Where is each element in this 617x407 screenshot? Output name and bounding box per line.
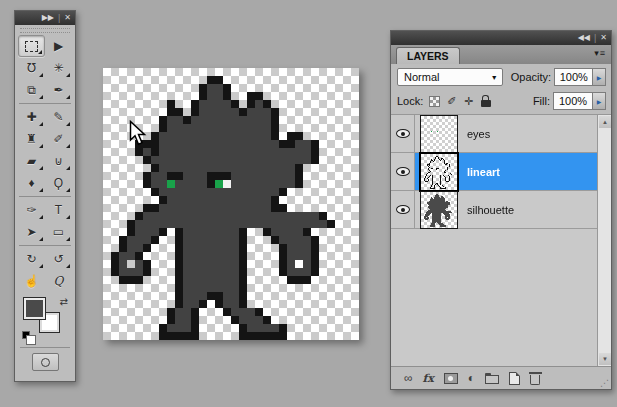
quick-mask-icon [41, 358, 50, 367]
paint-bucket-icon: ⊍ [54, 155, 63, 167]
spot-healing-brush-tool[interactable]: ✚ [18, 106, 45, 128]
add-layer-mask-button[interactable] [444, 370, 458, 386]
close-panel-icon[interactable]: ✕ [600, 34, 607, 42]
lock-position-icon: ✛ [464, 95, 473, 108]
3d-rotate-tool[interactable]: ↻ [18, 248, 45, 270]
eye-icon [396, 167, 410, 176]
lock-image-pixels-button[interactable]: ✐ [443, 94, 460, 109]
rectangular-marquee-tool[interactable] [18, 35, 45, 57]
lock-image-pixels-icon: ✐ [447, 95, 456, 108]
layer-visibility-toggle[interactable] [391, 153, 415, 190]
tab-layers[interactable]: LAYERS [396, 47, 460, 64]
lock-label: Lock: [397, 95, 423, 107]
blur-tool[interactable]: ♦ [18, 172, 45, 194]
new-layer-icon [509, 372, 520, 385]
lock-transparent-pixels-icon [429, 96, 440, 107]
new-layer-button[interactable] [509, 370, 520, 386]
quick-mask-button[interactable] [32, 353, 59, 371]
layers-scrollbar[interactable]: ▲ ▼ [597, 115, 611, 366]
move-tool[interactable]: ▶ [45, 35, 72, 57]
add-layer-mask-icon [444, 373, 458, 384]
opacity-input[interactable]: 100% [554, 68, 593, 86]
swap-colors-icon[interactable]: ⇄ [60, 296, 68, 307]
eraser-tool[interactable]: ▰ [18, 150, 45, 172]
layer-styles-button[interactable]: fx [423, 370, 434, 386]
close-panel-icon[interactable]: ✕ [64, 14, 71, 22]
layers-panel-titlebar[interactable]: ◀◀ | ✕ [391, 31, 611, 45]
layer-thumbnail-cell [415, 115, 458, 153]
pencil-icon: ✎ [53, 111, 63, 123]
layers-panel: ◀◀ | ✕ LAYERS ▾≡ Normal ▼ Opacity: 100% … [390, 30, 612, 390]
eye-icon [396, 129, 410, 138]
path-selection-tool[interactable]: ➤ [18, 221, 45, 243]
new-group-button[interactable] [485, 370, 499, 386]
collapse-panel-icon[interactable]: ◀◀ [578, 34, 590, 42]
crop-tool[interactable]: ⧉ [18, 79, 45, 101]
clone-stamp-tool[interactable]: ♜ [18, 128, 45, 150]
opacity-label: Opacity: [511, 71, 551, 83]
blend-mode-select[interactable]: Normal ▼ [397, 68, 503, 86]
pencil-tool[interactable]: ✎ [45, 106, 72, 128]
3d-orbit-tool[interactable]: ↺ [45, 248, 72, 270]
opacity-slider-button[interactable]: ▶ [593, 68, 606, 86]
scroll-up-button[interactable]: ▲ [599, 116, 611, 128]
delete-layer-button[interactable] [530, 370, 540, 386]
layer-visibility-toggle[interactable] [391, 115, 415, 152]
history-brush-tool[interactable]: ✐ [45, 128, 72, 150]
clone-stamp-icon: ♜ [26, 133, 37, 145]
type-tool[interactable]: T [45, 199, 72, 221]
rectangle-tool[interactable]: ▭ [45, 221, 72, 243]
panel-grip[interactable] [20, 28, 70, 33]
panel-menu-icon[interactable]: ▾≡ [594, 48, 606, 58]
new-adjustment-layer-icon: ◐ [468, 372, 475, 384]
fill-input[interactable]: 100% [553, 92, 593, 110]
new-adjustment-layer-button[interactable]: ◐ [468, 370, 475, 386]
3d-rotate-icon: ↻ [26, 253, 36, 265]
link-layers-icon: ∞ [404, 372, 413, 384]
lock-fill-row: Lock: ✐✛ Fill: 100% ▶ [391, 90, 611, 115]
hand-tool[interactable]: ☝ [18, 270, 45, 292]
layer-row-silhouette[interactable]: silhouette [391, 191, 611, 229]
blur-icon: ♦ [28, 177, 34, 189]
lock-all-button[interactable] [477, 94, 494, 109]
link-layers-button[interactable]: ∞ [404, 370, 413, 386]
layer-thumbnail-cell [415, 191, 458, 229]
layer-row-eyes[interactable]: eyes [391, 115, 611, 153]
lock-transparent-pixels-button[interactable] [426, 94, 443, 109]
tool-group-divider [19, 245, 71, 246]
layer-name: eyes [467, 128, 490, 140]
tools-panel-titlebar[interactable]: ▶▶ | ✕ [15, 11, 75, 25]
collapse-panel-icon[interactable]: ▶▶ [42, 14, 54, 22]
layer-visibility-toggle[interactable] [391, 191, 415, 228]
eraser-icon: ▰ [27, 155, 36, 167]
paint-bucket-tool[interactable]: ⊍ [45, 150, 72, 172]
blend-mode-value: Normal [404, 71, 439, 83]
dodge-icon: Ϙ [54, 177, 63, 189]
pen-icon: ✑ [26, 204, 36, 216]
lock-position-button[interactable]: ✛ [460, 94, 477, 109]
spot-healing-brush-icon: ✚ [26, 111, 36, 123]
lasso-tool[interactable]: ℧ [18, 57, 45, 79]
magic-wand-tool[interactable]: ✳ [45, 57, 72, 79]
path-selection-icon: ➤ [26, 226, 36, 238]
fill-slider-button[interactable]: ▶ [593, 92, 606, 110]
resize-grip-icon[interactable]: ⋰ [600, 378, 609, 388]
layer-thumbnail-cell [415, 153, 458, 191]
pen-tool[interactable]: ✑ [18, 199, 45, 221]
default-colors-icon[interactable] [22, 331, 30, 339]
layer-thumbnail-eyes[interactable] [420, 115, 458, 153]
zoom-tool[interactable]: Q [45, 270, 72, 292]
3d-orbit-icon: ↺ [53, 253, 63, 265]
eye-icon [396, 205, 410, 214]
hand-icon: ☝ [24, 275, 39, 287]
scroll-down-button[interactable]: ▼ [599, 353, 611, 365]
fill-label: Fill: [533, 95, 550, 107]
document-canvas[interactable] [103, 68, 359, 340]
layer-thumbnail-lineart[interactable] [420, 153, 458, 191]
tools-panel: ▶▶ | ✕ ▶℧✳⧉✒✚✎♜✐▰⊍♦Ϙ✑T➤▭↻↺☝Q ⇄ [14, 10, 76, 382]
layer-row-lineart[interactable]: lineart [391, 153, 611, 191]
layer-thumbnail-silhouette[interactable] [420, 191, 458, 229]
eyedropper-tool[interactable]: ✒ [45, 79, 72, 101]
foreground-color-swatch[interactable] [23, 297, 46, 320]
dodge-tool[interactable]: Ϙ [45, 172, 72, 194]
